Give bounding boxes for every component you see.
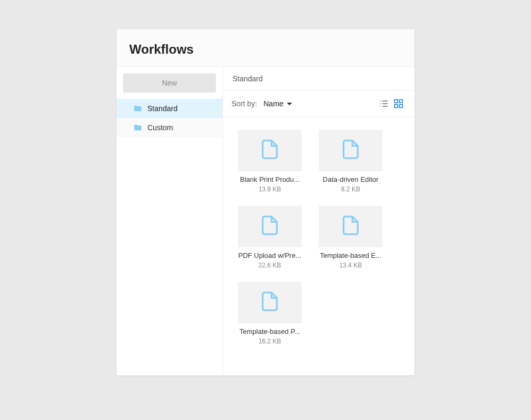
- file-icon: [259, 213, 280, 240]
- toolbar: Sort by: Name: [223, 91, 414, 117]
- sort-select[interactable]: Name: [260, 97, 295, 110]
- sidebar-folder-custom[interactable]: Custom: [117, 118, 222, 137]
- file-icon: [340, 137, 361, 164]
- file-name: Blank Print Produ...: [236, 175, 304, 183]
- file-thumb: [238, 282, 302, 323]
- svg-point-4: [380, 103, 381, 104]
- sidebar-folder-label: Custom: [147, 123, 173, 132]
- file-name: Data-driven Editor: [317, 175, 385, 183]
- file-thumb: [319, 206, 383, 247]
- file-item[interactable]: Data-driven Editor 8.2 KB: [317, 130, 385, 193]
- folder-icon: [134, 123, 142, 132]
- svg-point-5: [380, 106, 381, 107]
- file-name: Template-based P...: [236, 327, 304, 335]
- svg-rect-8: [395, 105, 398, 108]
- list-view-button[interactable]: [376, 96, 391, 111]
- sidebar: New Standard Custom: [117, 67, 223, 375]
- breadcrumb: Standard: [223, 67, 414, 91]
- file-size: 8.2 KB: [317, 186, 385, 193]
- content-area: New Standard Custom Standard Sort by: Na…: [117, 66, 414, 375]
- grid-view-button[interactable]: [391, 96, 406, 111]
- sort-by-label: Sort by:: [231, 99, 257, 108]
- main-area: Standard Sort by: Name: [223, 67, 414, 375]
- file-item[interactable]: Blank Print Produ... 13.9 KB: [236, 130, 304, 193]
- file-item[interactable]: PDF Upload w/Pre... 22.6 KB: [236, 206, 304, 269]
- sort-value: Name: [263, 99, 283, 108]
- file-thumb: [238, 206, 302, 247]
- file-icon: [340, 213, 361, 240]
- file-grid: Blank Print Produ... 13.9 KB Data-driven…: [223, 117, 414, 362]
- file-size: 13.4 KB: [317, 262, 385, 269]
- svg-rect-9: [400, 105, 403, 108]
- workflows-panel: Workflows New Standard Custom Standard S…: [117, 29, 414, 375]
- file-name: PDF Upload w/Pre...: [236, 251, 304, 259]
- file-item[interactable]: Template-based P... 16.2 KB: [236, 282, 304, 345]
- new-button[interactable]: New: [123, 73, 216, 93]
- file-size: 22.6 KB: [236, 262, 304, 269]
- svg-point-3: [380, 100, 381, 102]
- svg-rect-7: [400, 100, 403, 103]
- sidebar-folder-standard[interactable]: Standard: [117, 99, 222, 118]
- svg-rect-6: [395, 100, 398, 103]
- file-icon: [259, 137, 280, 164]
- file-name: Template-based E...: [317, 251, 385, 259]
- folder-icon: [134, 104, 142, 113]
- sidebar-folder-label: Standard: [147, 104, 178, 113]
- chevron-down-icon: [287, 103, 292, 105]
- file-thumb: [238, 130, 302, 171]
- file-thumb: [319, 130, 383, 171]
- file-size: 16.2 KB: [236, 338, 304, 345]
- page-title: Workflows: [117, 29, 414, 66]
- file-icon: [259, 289, 280, 316]
- file-size: 13.9 KB: [236, 186, 304, 193]
- file-item[interactable]: Template-based E... 13.4 KB: [317, 206, 385, 269]
